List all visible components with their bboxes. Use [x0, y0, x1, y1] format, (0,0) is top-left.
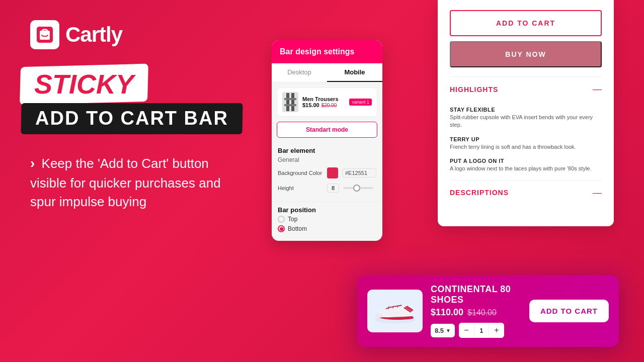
quantity-increase-button[interactable]: + — [489, 323, 504, 338]
logo-text: Cartly — [65, 23, 122, 47]
radio-bottom[interactable] — [278, 225, 285, 232]
descriptions-section: DESCRIPTIONS — — [450, 180, 602, 205]
highlight-title-2: PUT A LOGO ON IT — [450, 158, 602, 164]
sticky-label-container: STICKY — [30, 69, 138, 99]
sticky-add-to-cart-bar: CONTINENTAL 80 SHOES $110.00 $140.00 8.5… — [357, 275, 619, 347]
logo-container: Cartly — [30, 20, 242, 49]
position-bottom-option[interactable]: Bottom — [278, 225, 376, 232]
sticky-add-to-cart-button[interactable]: ADD TO CART — [529, 300, 609, 322]
product-prices: $15.00 $20.00 — [302, 102, 345, 108]
descriptions-title: DESCRIPTIONS — [450, 189, 509, 197]
product-preview: Men Trousers $15.00 $20.00 variant 1 — [277, 87, 377, 117]
sticky-product-name: CONTINENTAL 80 SHOES — [431, 284, 521, 305]
tagline-text: Keep the 'Add to Cart' button visible fo… — [30, 156, 221, 209]
highlights-title: HIGHLIGHTS — [450, 85, 498, 94]
highlight-item-2: PUT A LOGO ON IT A logo window next to t… — [450, 158, 602, 172]
height-value[interactable]: 8 — [327, 184, 339, 193]
settings-title: Bar design settings — [280, 47, 354, 56]
general-label: General — [278, 156, 376, 163]
highlight-desc-0: Split-rubber cupsole with EVA insert ben… — [450, 114, 602, 129]
quantity-value: 1 — [474, 323, 489, 338]
tagline-container: › Keep the 'Add to Cart' button visible … — [30, 153, 242, 212]
cart-bar-label-container: ADD TO CART BAR — [30, 106, 233, 131]
height-row: Height 8 — [278, 184, 376, 193]
product-page-panel: ADD TO CART BUY NOW HIGHLIGHTS — STAY FL… — [438, 0, 614, 226]
highlight-title-0: STAY FLEXIBLE — [450, 107, 602, 113]
sticky-label-text: STICKY — [30, 69, 138, 99]
highlight-desc-1: French terry lining is soft and has a th… — [450, 143, 602, 151]
bar-position-label: Bar position — [278, 206, 376, 214]
svg-rect-6 — [291, 93, 294, 111]
highlight-item-1: TERRY UP French terry lining is soft and… — [450, 136, 602, 151]
bg-color-row: Background Color #E12551 — [278, 167, 376, 178]
highlights-divider: HIGHLIGHTS — — [450, 76, 602, 102]
bar-element-section: Bar element General Background Color #E1… — [272, 143, 382, 202]
shoe-image — [367, 290, 423, 332]
settings-panel: Bar design settings Desktop Mobile Men T… — [272, 40, 382, 241]
position-top-label: Top — [288, 216, 297, 223]
buy-now-button[interactable]: BUY NOW — [450, 41, 602, 67]
sticky-price-current: $110.00 — [431, 307, 463, 318]
svg-point-13 — [375, 313, 382, 318]
product-page-content: ADD TO CART BUY NOW HIGHLIGHTS — STAY FL… — [438, 0, 614, 215]
tab-desktop[interactable]: Desktop — [272, 63, 327, 82]
tagline-arrow: › — [30, 155, 35, 171]
color-swatch[interactable] — [327, 167, 338, 178]
bar-element-label: Bar element — [278, 147, 376, 154]
quantity-control: − 1 + — [459, 323, 504, 338]
left-section: Cartly STICKY ADD TO CART BAR › Keep the… — [30, 20, 242, 212]
size-selector[interactable]: 8.5 ▼ — [431, 324, 455, 337]
quantity-decrease-button[interactable]: − — [459, 323, 474, 338]
svg-rect-8 — [284, 104, 296, 106]
position-top-option[interactable]: Top — [278, 216, 376, 223]
add-to-cart-button[interactable]: ADD TO CART — [450, 10, 602, 36]
sticky-badge: STICKY ADD TO CART BAR — [30, 64, 242, 136]
highlight-item-0: STAY FLEXIBLE Split-rubber cupsole with … — [450, 107, 602, 129]
color-input[interactable]: #E12551 — [342, 168, 376, 177]
product-info: Men Trousers $15.00 $20.00 — [302, 96, 345, 108]
size-dropdown-icon: ▼ — [446, 328, 451, 333]
size-value: 8.5 — [435, 327, 444, 334]
price-current: $15.00 — [302, 102, 319, 108]
settings-tabs: Desktop Mobile — [272, 63, 382, 82]
height-slider[interactable] — [343, 187, 373, 189]
svg-rect-7 — [284, 98, 296, 100]
highlight-title-1: TERRY UP — [450, 136, 602, 142]
position-bottom-label: Bottom — [288, 225, 307, 232]
bar-position-section: Bar position Top Bottom — [272, 202, 382, 241]
svg-rect-5 — [286, 93, 289, 111]
sticky-price-old: $140.00 — [467, 308, 497, 317]
logo-icon — [30, 20, 59, 49]
cart-bar-label-text: ADD TO CART BAR — [30, 106, 233, 131]
radio-top[interactable] — [278, 216, 285, 223]
product-thumbnail — [282, 92, 298, 112]
radio-inner — [280, 227, 283, 231]
sticky-prices: $110.00 $140.00 — [431, 307, 521, 318]
collapse-descriptions-icon[interactable]: — — [593, 188, 602, 198]
collapse-highlights-icon[interactable]: — — [593, 84, 602, 95]
sticky-controls: 8.5 ▼ − 1 + — [431, 323, 521, 338]
sticky-product-info: CONTINENTAL 80 SHOES $110.00 $140.00 8.5… — [431, 284, 521, 338]
tab-mobile[interactable]: Mobile — [327, 63, 382, 82]
product-name: Men Trousers — [302, 96, 345, 102]
height-label: Height — [278, 185, 323, 191]
bg-color-label: Background Color — [278, 170, 323, 176]
standart-mode-button[interactable]: Standart mode — [277, 122, 377, 138]
slider-thumb — [353, 185, 360, 192]
variant-badge: variant 1 — [349, 99, 372, 106]
settings-header: Bar design settings — [272, 40, 382, 63]
highlight-desc-2: A logo window next to the laces plays wi… — [450, 165, 602, 172]
price-old: $20.00 — [321, 103, 337, 108]
